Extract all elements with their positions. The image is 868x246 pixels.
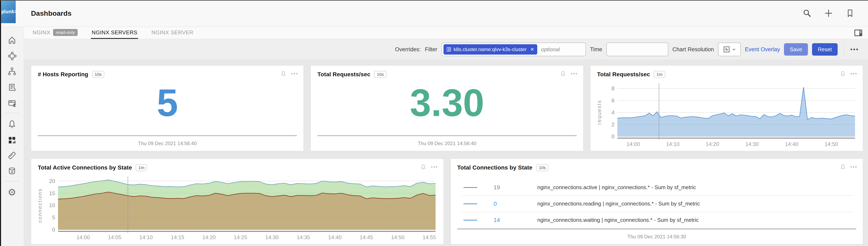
legend-row-active[interactable]: 19 nginx_connections.active | nginx_conn… bbox=[460, 180, 854, 196]
card-title: Total Requests/sec bbox=[597, 71, 650, 78]
card-timestamp: Thu 09 Dec 2021 14:56:30 bbox=[627, 234, 686, 240]
card-actions: ••• bbox=[840, 71, 858, 77]
sidebar-item-rum[interactable] bbox=[0, 95, 24, 111]
database-icon bbox=[7, 166, 17, 176]
topbar-actions bbox=[802, 0, 855, 26]
dashboard-tab-bar: NGINX read-only NGINX SERVERS NGINX SERV… bbox=[24, 27, 868, 39]
window-left-edge bbox=[0, 0, 1, 246]
card-footer: Thu 09 Dec 2021 14:56:30 bbox=[457, 229, 857, 244]
sidebar-item-metrics[interactable] bbox=[0, 147, 24, 163]
tab-nginx[interactable]: NGINX read-only bbox=[32, 27, 79, 39]
series-swatch bbox=[464, 203, 477, 204]
card-hosts-reporting: # Hosts Reporting 10s ••• 5 Thu 09 Dec 2… bbox=[31, 65, 304, 151]
card-footer: Thu 09 Dec 2021 14:56:40 bbox=[317, 135, 577, 151]
add-icon[interactable] bbox=[824, 8, 833, 18]
splunk-logo[interactable]: splunk> bbox=[0, 0, 16, 23]
y-axis-label: requests bbox=[596, 100, 602, 125]
chip-close-icon[interactable]: ✕ bbox=[530, 47, 534, 52]
alert-bell-icon[interactable] bbox=[280, 71, 286, 77]
filter-chip[interactable]: k8s.cluster.name:qlvv-k3s-cluster ✕ bbox=[443, 44, 537, 55]
series-value: 14 bbox=[494, 217, 514, 223]
svg-text:5: 5 bbox=[52, 214, 55, 221]
sidebar-divider bbox=[5, 113, 19, 113]
chart-resolution-dropdown[interactable] bbox=[718, 43, 741, 56]
filter-optional-input[interactable] bbox=[540, 46, 584, 53]
tab-nginx-servers[interactable]: NGINX SERVERS bbox=[91, 27, 138, 39]
card-header: Total Requests/sec 10s bbox=[311, 65, 583, 78]
time-input[interactable] bbox=[607, 43, 668, 56]
card-title: Total Requests/sec bbox=[317, 71, 370, 78]
card-title: Total Active Connections by State bbox=[38, 164, 132, 171]
resolution-badge: 1m bbox=[136, 164, 147, 171]
sidebar-item-log-observer[interactable] bbox=[0, 79, 24, 95]
svg-text:15: 15 bbox=[49, 190, 55, 196]
svg-text:14:15: 14:15 bbox=[171, 234, 184, 240]
resolution-badge: 10s bbox=[92, 71, 104, 78]
reset-button[interactable]: Reset bbox=[812, 43, 838, 56]
filter-chip-text: k8s.cluster.name:qlvv-k3s-cluster bbox=[454, 47, 527, 52]
main-area: NGINX read-only NGINX SERVERS NGINX SERV… bbox=[24, 27, 868, 246]
series-label: nginx_connections.active | nginx_connect… bbox=[537, 184, 696, 191]
tab-label: NGINX SERVER bbox=[151, 29, 193, 36]
card-header: Total Active Connections by State 1m bbox=[31, 159, 443, 171]
card-active-connections-chart: Total Active Connections by State 1m •••… bbox=[31, 159, 444, 244]
sidebar-item-infrastructure[interactable] bbox=[0, 64, 24, 79]
card-header: Total Requests/sec 1m bbox=[590, 65, 863, 78]
save-button[interactable]: Save bbox=[784, 43, 808, 56]
svg-text:4: 4 bbox=[611, 109, 614, 115]
splunk-logo-text: splunk> bbox=[0, 9, 17, 15]
svg-text:14:30: 14:30 bbox=[745, 141, 759, 147]
svg-text:14:00: 14:00 bbox=[76, 234, 90, 240]
window-top-edge bbox=[0, 0, 868, 1]
alert-bell-icon[interactable] bbox=[420, 164, 426, 170]
infrastructure-icon bbox=[7, 67, 17, 76]
resolution-badge: 10s bbox=[536, 164, 549, 171]
series-swatch bbox=[464, 187, 477, 188]
rum-icon bbox=[7, 98, 17, 108]
sidebar-item-settings[interactable]: ⚙ bbox=[0, 184, 24, 200]
read-only-badge: read-only bbox=[53, 29, 78, 36]
more-actions-icon[interactable]: ••• bbox=[850, 46, 859, 53]
sidebar-item-dashboards[interactable] bbox=[0, 132, 24, 147]
svg-text:14:20: 14:20 bbox=[706, 141, 719, 147]
svg-text:14:10: 14:10 bbox=[666, 141, 680, 147]
chart-area: requests 0246814:0014:1014:2014:3014:401… bbox=[596, 82, 858, 147]
tab-nginx-server[interactable]: NGINX SERVER bbox=[151, 27, 194, 39]
svg-text:6: 6 bbox=[611, 98, 614, 104]
event-overlay-link[interactable]: Event Overlay bbox=[745, 46, 780, 53]
connections-area-chart[interactable]: 0510152014:0014:0514:1014:1514:2014:2514… bbox=[46, 175, 438, 241]
log-observer-icon bbox=[7, 82, 17, 92]
card-actions: ••• bbox=[560, 71, 578, 77]
card-more-icon[interactable]: ••• bbox=[850, 164, 858, 170]
card-more-icon[interactable]: ••• bbox=[431, 164, 438, 170]
alert-bell-icon[interactable] bbox=[560, 71, 566, 77]
sidebar-item-apm[interactable] bbox=[0, 48, 24, 64]
svg-text:14:35: 14:35 bbox=[297, 234, 310, 240]
card-more-icon[interactable]: ••• bbox=[291, 71, 298, 77]
bell-icon bbox=[7, 119, 17, 129]
divider bbox=[844, 42, 844, 57]
search-icon[interactable] bbox=[802, 8, 812, 18]
alert-bell-icon[interactable] bbox=[840, 71, 846, 77]
card-more-icon[interactable]: ••• bbox=[850, 71, 858, 77]
legend-row-waiting[interactable]: 14 nginx_connections.waiting | nginx_con… bbox=[460, 212, 854, 228]
sidebar-item-home[interactable] bbox=[0, 32, 24, 48]
svg-text:14:50: 14:50 bbox=[825, 141, 838, 147]
panel-toggle-icon[interactable] bbox=[854, 28, 863, 38]
legend-row-reading[interactable]: 0 nginx_connections.reading | nginx_conn… bbox=[460, 196, 854, 212]
filter-input[interactable]: k8s.cluster.name:qlvv-k3s-cluster ✕ bbox=[441, 43, 586, 56]
alert-bell-icon[interactable] bbox=[840, 164, 846, 170]
total-requests-value: 3.30 bbox=[311, 79, 583, 127]
card-more-icon[interactable]: ••• bbox=[571, 71, 578, 77]
tab-label: NGINX bbox=[33, 29, 50, 36]
bookmark-icon[interactable] bbox=[845, 8, 855, 18]
svg-text:20: 20 bbox=[49, 178, 55, 184]
sidebar-item-data-management[interactable] bbox=[0, 163, 24, 179]
svg-text:14:40: 14:40 bbox=[785, 141, 798, 147]
requests-area-chart[interactable]: 0246814:0014:1014:2014:3014:4014:50 bbox=[606, 82, 858, 147]
svg-text:8: 8 bbox=[611, 85, 614, 91]
series-value: 0 bbox=[494, 200, 514, 207]
chart-area: connections 0510152014:0014:0514:1014:15… bbox=[37, 175, 438, 241]
dashboard-grid: # Hosts Reporting 10s ••• 5 Thu 09 Dec 2… bbox=[24, 60, 868, 244]
sidebar-item-alerts[interactable] bbox=[0, 116, 24, 132]
